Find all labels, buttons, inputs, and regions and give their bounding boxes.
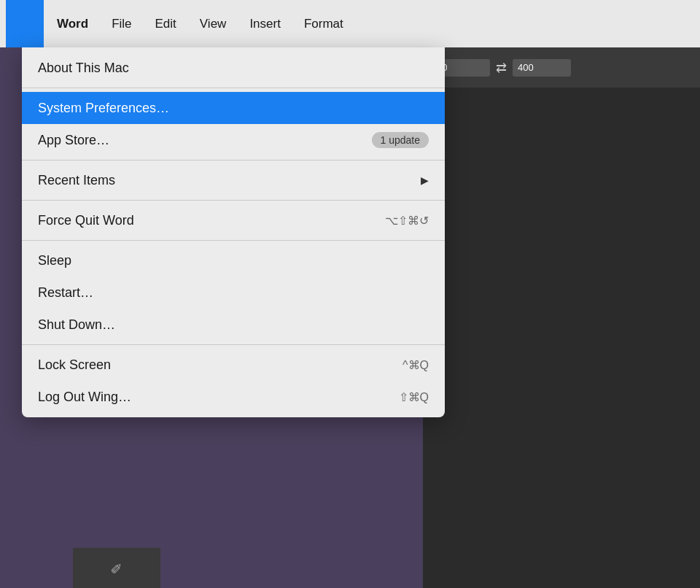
menu-item-insert[interactable]: Insert [239,0,291,47]
menubar: Word File Edit View Insert Format [0,0,700,47]
menu-app-store[interactable]: App Store… 1 update [22,124,445,156]
log-out-shortcut: ⇧⌘Q [399,390,429,404]
eyedropper-area: ✏ [73,548,160,588]
apple-dropdown-menu: About This Mac System Preferences… App S… [22,47,445,417]
menu-lock-screen[interactable]: Lock Screen ^⌘Q [22,349,445,381]
submenu-arrow-icon: ▶ [421,174,429,186]
divider-2 [22,160,445,160]
menu-item-word[interactable]: Word [47,0,98,47]
menu-about-this-mac[interactable]: About This Mac [22,52,445,84]
menu-force-quit[interactable]: Force Quit Word ⌥⇧⌘↺ [22,204,445,236]
menu-item-file[interactable]: File [101,0,141,47]
menu-item-edit[interactable]: Edit [145,0,187,47]
update-badge: 1 update [372,132,429,148]
eyedropper-icon: ✏ [106,557,128,579]
toolbar-input-2[interactable] [513,59,571,77]
force-quit-shortcut: ⌥⇧⌘↺ [385,214,429,228]
menu-item-format[interactable]: Format [294,0,354,47]
menu-recent-items[interactable]: Recent Items ▶ [22,164,445,196]
menu-system-preferences[interactable]: System Preferences… [22,92,445,124]
menu-item-view[interactable]: View [190,0,237,47]
menu-sleep[interactable]: Sleep [22,244,445,276]
toolbar-area: ⇄ [423,47,700,88]
divider-3 [22,200,445,201]
swap-icon: ⇄ [496,60,507,76]
divider-4 [22,240,445,241]
menu-shut-down[interactable]: Shut Down… [22,309,445,341]
apple-menu-button[interactable] [6,0,44,47]
menu-restart[interactable]: Restart… [22,276,445,309]
divider-1 [22,88,445,88]
lock-screen-shortcut: ^⌘Q [402,358,429,372]
dark-panel [423,47,700,588]
menu-log-out[interactable]: Log Out Wing… ⇧⌘Q [22,381,445,413]
divider-5 [22,344,445,345]
